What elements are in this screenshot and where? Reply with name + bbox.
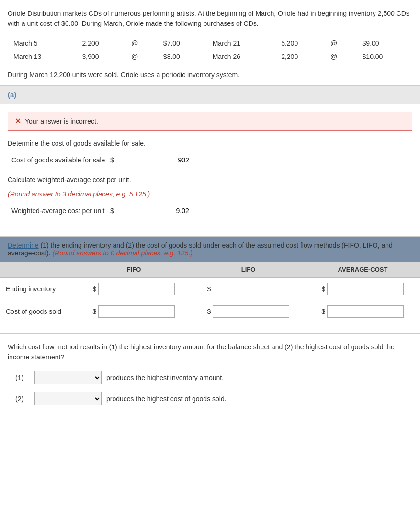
section-b-determine: Determine bbox=[8, 242, 39, 249]
purchase-row-1: March 5 2,200 @ $7.00 March 21 5,200 @ $… bbox=[8, 36, 412, 50]
purchase-qty-2: 5,200 bbox=[275, 36, 325, 50]
dropdown-row2-suffix: produces the highest cost of goods sold. bbox=[106, 395, 227, 403]
dropdown-row1-suffix: produces the highest inventory amount. bbox=[106, 374, 224, 381]
sold-text: During March 12,200 units were sold. Ori… bbox=[8, 71, 412, 79]
cogs-fifo-input[interactable] bbox=[98, 305, 175, 318]
inv-col-header-empty bbox=[0, 262, 77, 277]
ending-inv-fifo-dollar: $ bbox=[93, 285, 97, 293]
section-c-text: Which cost flow method results in (1) th… bbox=[8, 342, 412, 362]
dropdown-row-1: (1) FIFO LIFO Average-Cost produces the … bbox=[15, 371, 412, 384]
ending-inv-avg-row: $ bbox=[311, 283, 414, 295]
intro-paragraph: Oriole Distribution markets CDs of numer… bbox=[8, 9, 412, 29]
wavg-label: Weighted-average cost per unit bbox=[11, 207, 107, 215]
inv-table-header-row: FIFO LIFO AVERAGE-COST bbox=[0, 262, 420, 277]
ending-inv-avg-dollar: $ bbox=[322, 285, 326, 293]
round-note: (Round answer to 3 decimal places, e.g. … bbox=[8, 190, 412, 198]
purchase-date-1: March 5 bbox=[8, 36, 76, 50]
purchase-at-1: @ bbox=[125, 36, 158, 50]
section-a-body: ✕ Your answer is incorrect. Determine th… bbox=[0, 104, 420, 237]
error-message: Your answer is incorrect. bbox=[25, 117, 98, 125]
dropdown-row-2: (2) FIFO LIFO Average-Cost produces the … bbox=[15, 392, 412, 405]
purchase-price-4: $10.00 bbox=[357, 50, 412, 63]
ending-inv-lifo-row: $ bbox=[197, 283, 300, 295]
inventory-table: FIFO LIFO AVERAGE-COST Ending inventory … bbox=[0, 262, 420, 323]
section-a-label: (a) bbox=[8, 91, 16, 99]
cost-of-goods-sold-row: Cost of goods sold $ $ $ bbox=[0, 300, 420, 323]
purchase-qty-3: 3,900 bbox=[76, 50, 125, 63]
cogs-dollar: $ bbox=[110, 156, 114, 164]
wavg-dollar: $ bbox=[110, 207, 114, 215]
ending-inv-avg-input[interactable] bbox=[327, 283, 404, 295]
ending-inv-fifo-input[interactable] bbox=[98, 283, 175, 295]
purchase-price-3: $8.00 bbox=[158, 50, 207, 63]
dropdown-highest-inventory[interactable]: FIFO LIFO Average-Cost bbox=[34, 371, 102, 384]
purchase-qty-4: 2,200 bbox=[275, 50, 325, 63]
wavg-input[interactable] bbox=[117, 205, 193, 217]
ending-inv-lifo-input[interactable] bbox=[213, 283, 289, 295]
cogs-lifo-row: $ bbox=[197, 305, 300, 318]
purchase-date-2: March 21 bbox=[207, 36, 275, 50]
cogs-lifo-dollar: $ bbox=[207, 308, 211, 315]
dropdown-row1-num: (1) bbox=[15, 374, 30, 381]
cogs-fifo-dollar: $ bbox=[93, 308, 97, 315]
dropdown-row2-num: (2) bbox=[15, 395, 30, 403]
ending-inv-fifo-cell: $ bbox=[77, 277, 191, 300]
question2-text: Calculate weighted-average cost per unit… bbox=[8, 176, 412, 184]
purchase-at-3: @ bbox=[125, 50, 158, 63]
inv-col-lifo: LIFO bbox=[191, 262, 306, 277]
section-b-round-note: (Round answers to 0 decimal places, e.g.… bbox=[52, 249, 193, 257]
inventory-table-section: FIFO LIFO AVERAGE-COST Ending inventory … bbox=[0, 262, 420, 334]
purchase-row-2: March 13 3,900 @ $8.00 March 26 2,200 @ … bbox=[8, 50, 412, 63]
ending-inv-fifo-row: $ bbox=[82, 283, 185, 295]
inv-col-fifo: FIFO bbox=[77, 262, 191, 277]
cogs-lifo-input[interactable] bbox=[213, 305, 289, 318]
cogs-input[interactable] bbox=[117, 154, 193, 166]
purchase-at-2: @ bbox=[325, 36, 357, 50]
cogs-avg-cell: $ bbox=[306, 300, 420, 323]
purchase-price-2: $9.00 bbox=[357, 36, 412, 50]
error-box: ✕ Your answer is incorrect. bbox=[8, 112, 412, 131]
purchase-qty-1: 2,200 bbox=[76, 36, 125, 50]
ending-inv-lifo-cell: $ bbox=[191, 277, 306, 300]
purchase-date-3: March 13 bbox=[8, 50, 76, 63]
ending-inv-avg-cell: $ bbox=[306, 277, 420, 300]
dropdown-highest-cogs[interactable]: FIFO LIFO Average-Cost bbox=[34, 392, 102, 405]
ending-inventory-label: Ending inventory bbox=[0, 277, 77, 300]
purchases-table: March 5 2,200 @ $7.00 March 21 5,200 @ $… bbox=[8, 36, 412, 63]
cogs-lifo-cell: $ bbox=[191, 300, 306, 323]
cogs-avg-dollar: $ bbox=[322, 308, 326, 315]
question1-text: Determine the cost of goods available fo… bbox=[8, 139, 412, 147]
inv-col-avg: AVERAGE-COST bbox=[306, 262, 420, 277]
section-a-header: (a) bbox=[0, 86, 420, 104]
cogs-avg-row: $ bbox=[311, 305, 414, 318]
cogs-fifo-cell: $ bbox=[77, 300, 191, 323]
purchase-date-4: March 26 bbox=[207, 50, 275, 63]
cost-of-goods-sold-label: Cost of goods sold bbox=[0, 300, 77, 323]
wavg-input-row: Weighted-average cost per unit $ bbox=[11, 205, 412, 217]
cogs-fifo-row: $ bbox=[82, 305, 185, 318]
cogs-avg-input[interactable] bbox=[327, 305, 404, 318]
top-section: Oriole Distribution markets CDs of numer… bbox=[0, 0, 420, 86]
cogs-input-row: Cost of goods available for sale $ bbox=[11, 154, 412, 166]
cogs-label: Cost of goods available for sale bbox=[11, 156, 107, 164]
ending-inventory-row: Ending inventory $ $ $ bbox=[0, 277, 420, 300]
ending-inv-lifo-dollar: $ bbox=[207, 285, 211, 293]
error-icon: ✕ bbox=[15, 117, 21, 126]
purchase-price-1: $7.00 bbox=[158, 36, 207, 50]
purchase-at-4: @ bbox=[325, 50, 357, 63]
section-c: Which cost flow method results in (1) th… bbox=[0, 334, 420, 423]
section-b-header: Determine (1) the ending inventory and (… bbox=[0, 237, 420, 262]
